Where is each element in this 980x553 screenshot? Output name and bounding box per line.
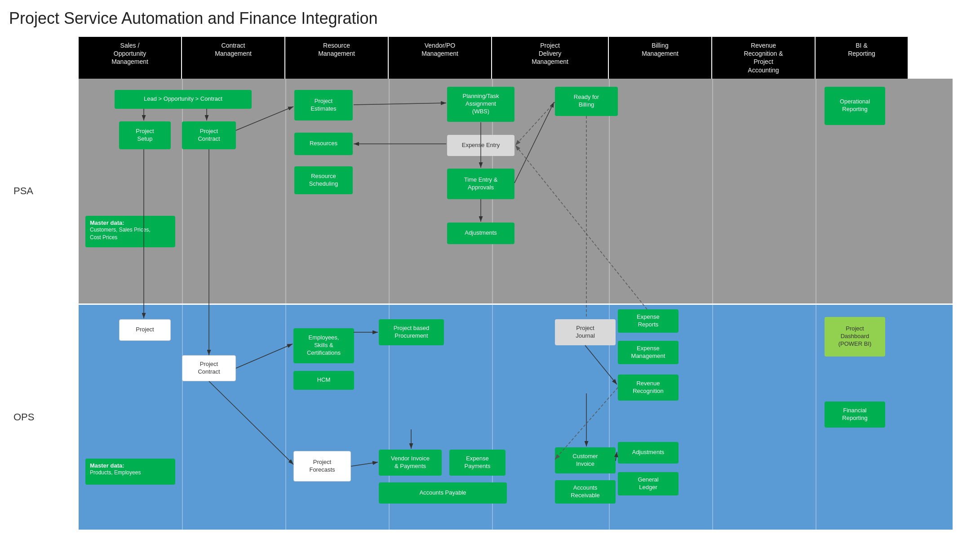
col-header-delivery: ProjectDeliveryManagement — [492, 37, 609, 79]
svg-line-23 — [585, 345, 617, 384]
arrows-svg — [79, 79, 953, 530]
psa-label: PSA — [13, 185, 33, 197]
svg-line-5 — [354, 103, 446, 105]
page-title: Project Service Automation and Finance I… — [9, 9, 971, 28]
diagram: Sales /OpportunityManagement ContractMan… — [9, 37, 953, 531]
svg-line-4 — [236, 107, 293, 130]
col-header-bi: BI &Reporting — [816, 37, 908, 79]
col-header-vendor: Vendor/POManagement — [389, 37, 492, 79]
svg-line-22 — [515, 145, 647, 309]
col-header-revenue: RevenueRecognition &ProjectAccounting — [712, 37, 816, 79]
svg-line-18 — [209, 381, 293, 464]
col-header-billing: BillingManagement — [609, 37, 712, 79]
svg-line-8 — [514, 102, 554, 183]
col-header-contract: ContractManagement — [182, 37, 285, 79]
ops-label: OPS — [13, 411, 34, 423]
svg-line-14 — [236, 344, 293, 368]
svg-line-20 — [616, 452, 617, 461]
col-header-sales: Sales /OpportunityManagement — [79, 37, 182, 79]
svg-line-17 — [351, 462, 378, 466]
svg-line-9 — [515, 102, 555, 145]
col-header-resource: ResourceManagement — [285, 37, 389, 79]
